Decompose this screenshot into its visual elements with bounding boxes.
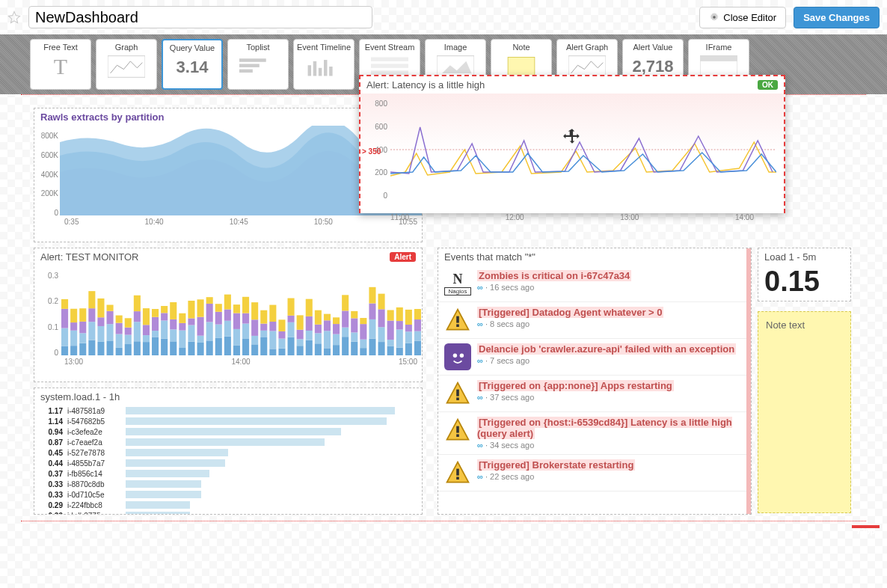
svg-rect-127 (306, 331, 313, 340)
toplist-row[interactable]: 0.29i-bdb2775c (34, 510, 422, 515)
svg-rect-98 (242, 339, 249, 355)
svg-rect-41 (107, 305, 114, 311)
panel-load-value[interactable]: Load 1 - 5m 0.15 (758, 248, 851, 301)
toplist-row[interactable]: 0.33i-8870c8db (34, 479, 422, 489)
svg-point-182 (460, 354, 464, 358)
dog-icon (444, 343, 471, 370)
svg-rect-97 (233, 304, 240, 313)
svg-rect-124 (297, 330, 304, 340)
stacked-bar-chart (60, 266, 422, 355)
toplist-row[interactable]: 1.17i-487581a9 (34, 405, 422, 416)
warn-icon (444, 307, 471, 334)
event-item[interactable]: [Triggered on {host:i-6539cd84}] Latency… (438, 412, 746, 455)
event-item[interactable]: [Triggered] Brokerstate restarting ∞ · 2… (438, 455, 746, 491)
svg-rect-50 (134, 341, 141, 355)
widget-tile-event-timeline[interactable]: Event Timeline (293, 39, 355, 90)
svg-rect-180 (444, 343, 471, 370)
warn-icon (444, 459, 471, 486)
svg-rect-102 (251, 344, 258, 355)
svg-rect-136 (324, 320, 331, 331)
save-changes-button[interactable]: Save Changes (794, 7, 880, 28)
toplist-row[interactable]: 0.33i-0d710c5e (34, 489, 422, 500)
svg-rect-163 (387, 340, 394, 346)
svg-rect-159 (378, 327, 385, 342)
svg-rect-114 (278, 349, 285, 355)
svg-rect-31 (88, 322, 95, 340)
floating-alert-graph[interactable]: Alert: Latency is a little high OK 80060… (359, 75, 785, 213)
widget-tile-free-text[interactable]: Free TextT (30, 39, 91, 90)
svg-rect-119 (288, 322, 295, 337)
svg-rect-15 (568, 56, 606, 78)
svg-rect-64 (161, 313, 168, 320)
widget-tile-toplist[interactable]: Toplist (227, 39, 289, 90)
toplist-row[interactable]: 0.37i-fb856c14 (34, 468, 422, 479)
svg-rect-184 (456, 397, 459, 400)
event-item[interactable]: [Triggered on {app:none}] Apps restartin… (438, 376, 746, 412)
svg-rect-65 (161, 306, 168, 313)
svg-rect-141 (333, 317, 340, 324)
svg-rect-105 (251, 302, 258, 319)
widget-tile-graph[interactable]: Graph (96, 39, 157, 90)
svg-rect-167 (396, 329, 403, 347)
svg-rect-44 (116, 323, 123, 334)
panel-events[interactable]: Events that match "*" NNagios Zombies is… (438, 248, 752, 515)
svg-rect-130 (315, 343, 322, 355)
svg-rect-133 (315, 310, 322, 325)
svg-rect-13 (437, 56, 474, 78)
svg-rect-82 (206, 340, 213, 355)
svg-rect-169 (396, 307, 403, 321)
svg-rect-75 (188, 325, 194, 342)
svg-rect-17 (700, 56, 737, 61)
svg-rect-59 (152, 331, 159, 337)
svg-rect-152 (360, 324, 366, 340)
event-item[interactable]: NNagios Zombies is critical on i-67c47a3… (438, 266, 746, 302)
list-icon (239, 55, 277, 79)
toplist-row[interactable]: 0.45i-527e7878 (34, 447, 422, 458)
svg-rect-52 (134, 311, 141, 322)
svg-rect-187 (456, 469, 459, 476)
svg-rect-53 (134, 295, 141, 311)
svg-rect-88 (215, 312, 222, 325)
nagios-icon: NNagios (444, 270, 471, 297)
svg-rect-147 (351, 332, 357, 341)
svg-rect-111 (269, 331, 276, 349)
svg-rect-179 (456, 324, 459, 327)
toplist-row[interactable]: 0.87i-c7eaef2a (34, 437, 422, 447)
svg-rect-139 (333, 334, 340, 345)
svg-rect-73 (179, 313, 185, 323)
event-item[interactable]: Delancie job 'crawler.azure-api' failed … (438, 339, 746, 376)
svg-rect-178 (456, 316, 459, 323)
dashboard-title-input[interactable] (28, 6, 372, 28)
svg-rect-72 (179, 323, 185, 331)
svg-rect-108 (260, 324, 267, 331)
svg-rect-25 (70, 309, 77, 322)
panel-test-monitor[interactable]: Alert: TEST MONITOR Alert 0.30.20.10 13:… (34, 248, 423, 382)
close-editor-button[interactable]: Close Editor (699, 7, 786, 28)
event-item[interactable]: [Triggered] Datadog Agent whatever > 0 ∞… (438, 302, 746, 339)
svg-rect-54 (143, 342, 150, 355)
svg-rect-32 (88, 308, 95, 322)
move-cursor-icon (562, 127, 582, 147)
svg-rect-146 (351, 342, 357, 355)
load-value: 0.15 (758, 266, 850, 302)
svg-rect-104 (251, 319, 258, 336)
svg-rect-84 (206, 304, 213, 322)
toplist-row[interactable]: 1.14i-547682b5 (34, 416, 422, 426)
svg-rect-116 (278, 331, 285, 339)
favorite-star-icon[interactable] (7, 10, 21, 24)
panel-toplist[interactable]: system.load.1 - 1h 1.17i-487581a91.14i-5… (34, 388, 423, 515)
toplist-row[interactable]: 0.29i-224fbbc8 (34, 500, 422, 510)
status-badge: Alert (390, 252, 416, 262)
toplist-row[interactable]: 0.44i-4855b7a7 (34, 458, 422, 468)
svg-rect-93 (224, 295, 231, 310)
svg-rect-172 (405, 325, 412, 331)
toplist-row[interactable]: 0.94i-c3efea2e (34, 426, 422, 437)
svg-rect-134 (324, 348, 331, 355)
widget-tile-query-value[interactable]: Query Value3.14 (162, 39, 223, 90)
svg-rect-138 (333, 345, 340, 355)
panel-note[interactable]: Note text (758, 311, 851, 513)
svg-rect-37 (97, 298, 104, 317)
svg-rect-160 (378, 309, 385, 327)
svg-rect-99 (242, 324, 249, 339)
svg-rect-150 (360, 348, 366, 355)
